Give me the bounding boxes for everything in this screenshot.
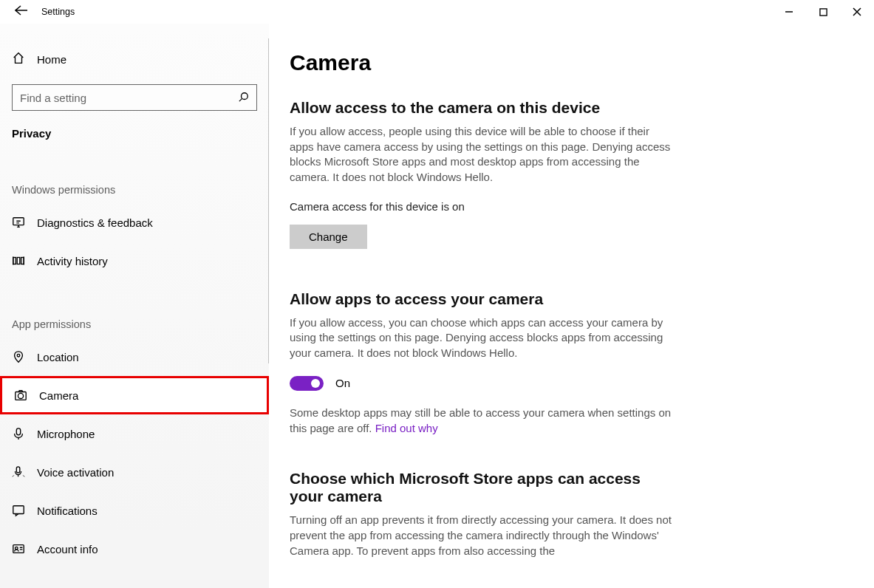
apps-access-toggle[interactable] xyxy=(290,376,324,391)
section1-description: If you allow access, people using this d… xyxy=(290,124,674,185)
sidebar-item-voice[interactable]: Voice activation xyxy=(0,453,269,491)
svg-point-1 xyxy=(242,92,248,99)
activity-icon xyxy=(12,254,37,267)
home-icon xyxy=(12,52,37,67)
sidebar-item-label: Diagnostics & feedback xyxy=(37,216,153,229)
location-icon xyxy=(12,350,37,363)
sidebar-item-diagnostics[interactable]: Diagnostics & feedback xyxy=(0,203,269,242)
search-icon xyxy=(239,92,249,104)
sidebar-item-label: Account info xyxy=(37,543,98,555)
scrollbar[interactable] xyxy=(268,38,269,363)
change-button[interactable]: Change xyxy=(290,225,367,249)
toggle-knob xyxy=(311,379,320,388)
sidebar-item-label: Voice activation xyxy=(37,466,114,479)
section2-description: If you allow access, you can choose whic… xyxy=(290,315,674,361)
account-icon xyxy=(12,542,37,555)
page-title: Camera xyxy=(290,50,849,75)
section1-title: Allow access to the camera on this devic… xyxy=(290,99,849,117)
notifications-icon xyxy=(12,504,37,517)
window-title: Settings xyxy=(35,7,75,17)
sidebar-item-camera[interactable]: Camera xyxy=(0,376,269,414)
camera-icon xyxy=(14,389,39,402)
svg-point-6 xyxy=(17,354,20,357)
search-box[interactable] xyxy=(12,84,257,111)
desktop-apps-note: Some desktop apps may still be able to a… xyxy=(290,406,674,436)
svg-rect-9 xyxy=(16,428,20,435)
sidebar-item-location[interactable]: Location xyxy=(0,338,269,376)
svg-rect-0 xyxy=(819,8,826,15)
svg-rect-4 xyxy=(17,258,20,264)
minimize-button[interactable] xyxy=(772,0,806,24)
svg-rect-12 xyxy=(13,545,24,553)
toggle-state-label: On xyxy=(335,377,350,389)
svg-rect-11 xyxy=(13,506,24,514)
sidebar-item-account[interactable]: Account info xyxy=(0,530,269,568)
section3-description: Turning off an app prevents it from dire… xyxy=(290,513,674,558)
svg-point-8 xyxy=(18,393,23,398)
voice-icon xyxy=(12,465,37,479)
sidebar-item-label: Camera xyxy=(39,389,78,402)
maximize-button[interactable] xyxy=(806,0,840,24)
category-label: Privacy xyxy=(0,111,269,140)
svg-rect-10 xyxy=(16,467,20,473)
sidebar-item-label: Location xyxy=(37,351,79,363)
sidebar-item-label: Activity history xyxy=(37,255,108,267)
sidebar-item-microphone[interactable]: Microphone xyxy=(0,414,269,453)
note-text: Some desktop apps may still be able to a… xyxy=(290,406,671,434)
home-label: Home xyxy=(37,53,66,66)
feedback-icon xyxy=(12,216,37,229)
sidebar-item-notifications[interactable]: Notifications xyxy=(0,491,269,530)
sidebar-item-label: Microphone xyxy=(37,428,95,440)
home-nav[interactable]: Home xyxy=(0,44,269,74)
sidebar-item-activity[interactable]: Activity history xyxy=(0,242,269,280)
close-button[interactable] xyxy=(840,0,874,24)
section-header-windows: Windows permissions xyxy=(0,184,269,196)
back-button[interactable] xyxy=(6,5,35,18)
section-header-app: App permissions xyxy=(0,318,269,330)
sidebar: Home Privacy Windows permissions Diagnos… xyxy=(0,24,269,588)
section2-title: Allow apps to access your camera xyxy=(290,290,849,308)
main-content: Camera Allow access to the camera on thi… xyxy=(269,24,874,588)
device-access-status: Camera access for this device is on xyxy=(290,200,849,213)
find-out-why-link[interactable]: Find out why xyxy=(375,422,438,434)
search-input[interactable] xyxy=(20,92,239,104)
sidebar-item-label: Notifications xyxy=(37,505,98,517)
microphone-icon xyxy=(12,427,37,440)
section3-title: Choose which Microsoft Store apps can ac… xyxy=(290,470,674,505)
